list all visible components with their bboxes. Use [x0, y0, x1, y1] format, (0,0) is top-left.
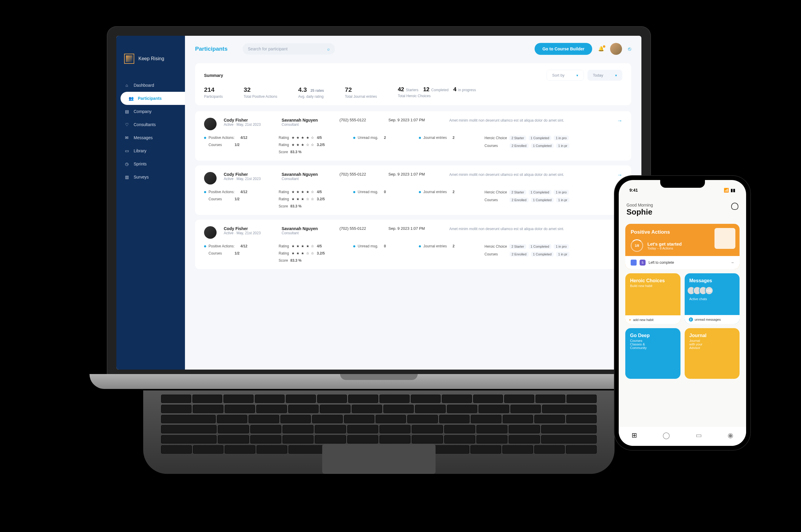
tab-chat-icon[interactable]: ◯: [662, 432, 670, 439]
metric-journal: 72Total Journal entries: [345, 86, 377, 99]
sidebar: Keep Rising ⌂Dashboard 👥Participants ▤Co…: [116, 36, 185, 369]
summary-panel: Summary Sort by▾ Today▾ 214Participants …: [195, 63, 631, 105]
participant-avatar: [204, 118, 217, 130]
logout-icon[interactable]: ⎋: [628, 46, 631, 52]
users-icon: 👥: [128, 96, 134, 101]
consultant-name: Savannah Nguyen: [281, 118, 332, 122]
consultant-name: Savannah Nguyen: [281, 172, 332, 177]
period-select[interactable]: Today▾: [587, 70, 622, 81]
expand-arrow-icon[interactable]: →: [617, 118, 622, 124]
course-builder-button[interactable]: Go to Course Builder: [534, 43, 592, 55]
play-icon: ▸: [630, 318, 631, 322]
participant-card: Cody FisherActive · May, 21st 2023 Savan…: [195, 166, 631, 215]
tab-profile-icon[interactable]: ◉: [728, 432, 733, 439]
nav-consultants[interactable]: ♡Consultants: [116, 118, 185, 131]
user-name: Sophie: [626, 207, 653, 217]
metric-avg: 4.325 ratesAvg. daily rating: [298, 86, 324, 99]
messages-tile[interactable]: Messages +12 Active chats 2unread messag…: [685, 273, 740, 324]
building-icon: ▤: [124, 109, 129, 114]
tab-home-icon[interactable]: ⊞: [632, 432, 637, 439]
metric-tpa: 32Total Positive Actions: [244, 86, 277, 99]
arrow-right-icon: →: [731, 261, 734, 265]
phone-mockup: 9:41 📶▮▮ Good Morning Sophie Positive Ac…: [615, 176, 750, 450]
greeting: Good Morning: [626, 203, 653, 207]
nav-company[interactable]: ▤Company: [116, 105, 185, 118]
page-title: Participants: [195, 45, 227, 52]
participant-name: Cody Fisher: [224, 118, 274, 122]
participant-card: Cody FisherActive · May, 21st 2023 Savan…: [195, 111, 631, 160]
notifications-icon[interactable]: 🔔: [598, 46, 604, 52]
nav-library[interactable]: ▭Library: [116, 144, 185, 157]
participant-name: Cody Fisher: [224, 226, 274, 231]
tab-bar: ⊞ ◯ ▭ ◉: [619, 427, 746, 446]
participant-card: Cody FisherActive · May, 21st 2023 Savan…: [195, 220, 631, 269]
timestamp: Sep. 9 2023 1:07 PM: [388, 172, 442, 176]
user-avatar[interactable]: [610, 43, 622, 55]
note-text: Amet minim mollit non deserunt ullamco e…: [449, 172, 610, 177]
nav-participants[interactable]: 👥Participants: [121, 92, 185, 105]
status-time: 9:41: [630, 188, 638, 192]
chevron-down-icon: ▾: [615, 73, 617, 77]
participant-name: Cody Fisher: [224, 172, 274, 177]
nav-messages[interactable]: ✉Messages: [116, 131, 185, 144]
chat-icon: ✉: [124, 135, 129, 140]
chevron-down-icon: ▾: [576, 73, 578, 77]
tab-folder-icon[interactable]: ▭: [696, 432, 702, 439]
signal-icon: 📶: [724, 188, 729, 192]
bell-icon[interactable]: [731, 203, 738, 210]
timestamp: Sep. 9 2023 1:07 PM: [388, 226, 442, 231]
clock-icon: ◷: [124, 161, 129, 167]
note-text: Amet minim mollit non deserunt ullamco e…: [449, 118, 610, 123]
go-deep-tile[interactable]: Go Deep Courses Classes & Community: [625, 328, 680, 379]
summary-title: Summary: [204, 73, 223, 78]
heroic-choices-tile[interactable]: Heroic Choices Build new habit ▸add new …: [625, 273, 680, 324]
brand-name: Keep Rising: [139, 56, 164, 61]
illustration-icon: [714, 228, 735, 249]
main-content: Participants Search for participant ⌕ Go…: [185, 36, 641, 369]
sort-select[interactable]: Sort by▾: [547, 70, 584, 81]
wifi-icon: ▮▮: [731, 188, 735, 192]
home-icon: ⌂: [124, 82, 129, 88]
positive-actions-tile[interactable]: Positive Actions 1/8 Let's get started T…: [625, 224, 740, 269]
search-input[interactable]: Search for participant ⌕: [242, 43, 335, 55]
consultant-name: Savannah Nguyen: [281, 226, 332, 231]
book-icon: ▭: [124, 148, 129, 153]
expand-arrow-icon[interactable]: →: [617, 172, 622, 178]
phone-number: (702) 555-0122: [340, 172, 381, 176]
nav-sprints[interactable]: ◷Sprints: [116, 157, 185, 170]
topbar: Participants Search for participant ⌕ Go…: [195, 43, 631, 55]
nav-dashboard[interactable]: ⌂Dashboard: [116, 79, 185, 92]
progress-ring: 1/8: [631, 239, 643, 252]
phone-number: (702) 555-0122: [340, 118, 381, 122]
note-text: Amet minim mollit non deserunt ullamco e…: [449, 226, 610, 232]
task-icon: [631, 260, 637, 266]
metric-participants: 214Participants: [204, 86, 223, 99]
journal-tile[interactable]: Journal Journal with your Advisor: [685, 328, 740, 379]
nav-surveys[interactable]: ▥Surveys: [116, 170, 185, 184]
metric-heroic: 42Starters 12Completed 4in progress Tota…: [398, 86, 476, 99]
timestamp: Sep. 9 2023 1:07 PM: [388, 118, 442, 122]
clipboard-icon: ▥: [124, 174, 129, 180]
participant-avatar: [204, 172, 217, 185]
brand: Keep Rising: [116, 54, 185, 79]
phone-number: (702) 555-0122: [340, 226, 381, 231]
search-icon: ⌕: [327, 46, 330, 51]
heart-icon: ♡: [124, 122, 129, 127]
participant-avatar: [204, 226, 217, 239]
brand-logo-icon: [124, 54, 134, 64]
